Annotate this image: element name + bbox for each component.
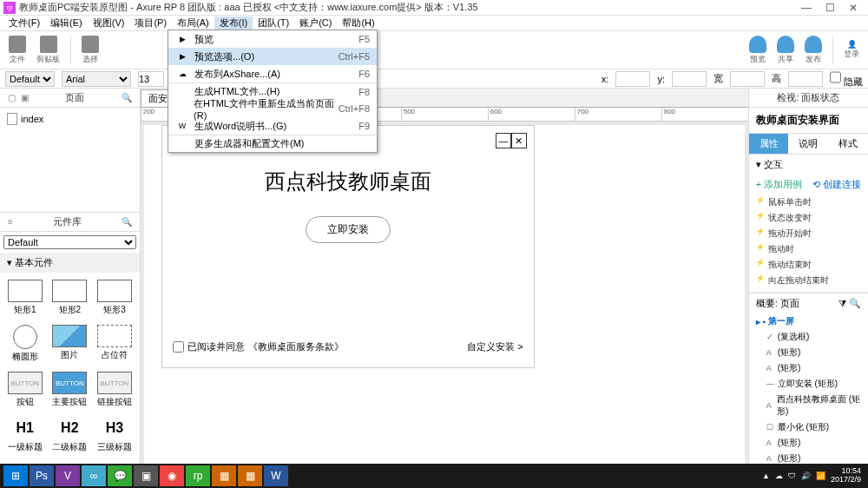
dropdown-item[interactable]: ▶预览选项...(O)Ctrl+F5 xyxy=(168,48,377,65)
widget-item[interactable]: H1一级标题 xyxy=(3,413,47,457)
style-select[interactable]: Default xyxy=(5,71,55,87)
publish-icon[interactable] xyxy=(805,36,822,53)
widget-item[interactable]: 图片 xyxy=(49,321,92,366)
taskbar-app[interactable]: rp xyxy=(186,465,210,486)
taskbar-app[interactable]: V xyxy=(56,465,80,486)
dropdown-item[interactable]: 在HTML文件中重新生成当前页面(R)Ctrl+F8 xyxy=(168,100,377,117)
tab-style[interactable]: 样式 xyxy=(828,134,868,154)
taskbar-app[interactable]: ∞ xyxy=(82,465,106,486)
system-clock[interactable]: 10:54 2017/2/9 xyxy=(831,467,865,485)
widget-item[interactable]: H3三级标题 xyxy=(93,413,136,457)
agree-checkbox[interactable]: 已阅读并同意 《教师桌面服务条款》 xyxy=(173,340,344,353)
start-button[interactable]: ⊞ xyxy=(3,465,28,486)
dropdown-item[interactable]: ▶预览F5 xyxy=(168,30,377,48)
add-case-button[interactable]: + 添加用例 xyxy=(756,178,802,191)
design-frame[interactable]: — ✕ 西点科技教师桌面 立即安装 已阅读并同意 《教师桌面服务条款》 自定义安… xyxy=(161,125,535,368)
outline-item[interactable]: ✓(复选框) xyxy=(749,329,868,345)
widget-category[interactable]: ▾ 基本元件 xyxy=(0,253,140,273)
outline-item[interactable]: A西点科技教师桌面 (矩形) xyxy=(749,392,868,419)
taskbar-app[interactable]: ▣ xyxy=(134,465,158,486)
event-item[interactable]: 鼠标单击时 xyxy=(756,195,861,210)
w-input[interactable] xyxy=(730,71,765,87)
close-button[interactable]: ✕ xyxy=(849,2,858,14)
menu-item[interactable]: 视图(V) xyxy=(88,16,130,30)
widget-item[interactable]: H2二级标题 xyxy=(49,413,92,457)
create-link-button[interactable]: ⟲ 创建连接 xyxy=(812,178,861,191)
tab-notes[interactable]: 说明 xyxy=(788,134,828,154)
design-canvas[interactable]: — ✕ 西点科技教师桌面 立即安装 已阅读并同意 《教师桌面服务条款》 自定义安… xyxy=(144,125,745,471)
tray-icon[interactable]: ▲ xyxy=(762,472,770,480)
select-icon[interactable] xyxy=(82,36,99,53)
menu-item[interactable]: 文件(F) xyxy=(3,16,45,30)
event-item[interactable]: 拖动时 xyxy=(756,241,861,257)
h-input[interactable] xyxy=(788,71,823,87)
custom-install-link[interactable]: 自定义安装 > xyxy=(467,340,523,353)
widget-lib-select[interactable]: Default xyxy=(3,235,136,249)
outline-root[interactable]: ▸ ▪ 第一屏 xyxy=(749,313,868,329)
tab-properties[interactable]: 属性 xyxy=(749,134,789,154)
interaction-section[interactable]: ▾ 交互 xyxy=(749,155,868,175)
outline-item[interactable]: —立即安装 (矩形) xyxy=(749,376,868,392)
outline-item[interactable]: A(矩形) xyxy=(749,345,868,360)
widget-item[interactable]: 占位符 xyxy=(93,321,136,366)
design-close-button[interactable]: ✕ xyxy=(511,133,527,148)
widget-item[interactable]: 矩形2 xyxy=(49,276,92,320)
event-item[interactable]: 状态改变时 xyxy=(756,210,861,226)
widget-item[interactable]: BUTTON链接按钮 xyxy=(93,368,136,412)
menu-item[interactable]: 团队(T) xyxy=(253,16,294,30)
design-minimize-button[interactable]: — xyxy=(496,133,511,148)
hidden-checkbox[interactable]: 隐藏 xyxy=(830,69,863,89)
widget-item[interactable]: 椭圆形 xyxy=(3,321,47,366)
taskbar-app[interactable]: Ps xyxy=(30,465,54,486)
tray-icon[interactable]: 📶 xyxy=(816,472,825,480)
share-icon[interactable] xyxy=(777,36,794,53)
add-page-icon[interactable]: ▢ xyxy=(5,93,18,102)
page-item-index[interactable]: index xyxy=(3,111,136,127)
maximize-button[interactable]: ☐ xyxy=(825,2,835,14)
dropdown-item[interactable]: ☁发布到AxShare...(A)F6 xyxy=(168,65,377,82)
preview-icon[interactable] xyxy=(749,36,766,53)
filter-icon[interactable]: ⧩ xyxy=(838,298,846,309)
tray-icon[interactable]: 🛡 xyxy=(788,472,796,480)
menu-item[interactable]: 项目(P) xyxy=(129,16,172,30)
tray-icon[interactable]: 🔊 xyxy=(801,472,811,480)
minimize-button[interactable]: — xyxy=(801,2,812,14)
folder-icon[interactable]: ▣ xyxy=(18,93,31,102)
event-item[interactable]: 拖动结束时 xyxy=(756,257,861,273)
x-input[interactable] xyxy=(615,71,650,87)
dropdown-item[interactable]: 更多生成器和配置文件(M) xyxy=(168,135,377,152)
taskbar-app[interactable]: ◉ xyxy=(160,465,184,486)
taskbar-app[interactable]: W xyxy=(264,465,288,486)
outline-item[interactable]: A(矩形) xyxy=(749,435,868,451)
taskbar-app[interactable]: ▦ xyxy=(238,465,262,486)
font-select[interactable]: Arial xyxy=(62,71,131,87)
widget-menu-icon[interactable]: ≡ xyxy=(5,217,16,227)
dropdown-item[interactable]: W生成Word说明书...(G)F9 xyxy=(168,117,377,135)
taskbar-app[interactable]: 💬 xyxy=(108,465,132,486)
event-item[interactable]: 向左拖动结束时 xyxy=(756,273,861,288)
menu-item[interactable]: 编辑(E) xyxy=(45,16,88,30)
menu-item[interactable]: 布局(A) xyxy=(172,16,214,30)
widget-item[interactable]: BUTTON主要按钮 xyxy=(49,368,92,412)
event-item[interactable]: 拖动开始时 xyxy=(756,226,861,241)
menu-item[interactable]: 账户(C) xyxy=(294,16,337,30)
y-input[interactable] xyxy=(672,71,707,87)
search-icon[interactable]: 🔍 xyxy=(119,217,135,227)
menu-item[interactable]: 发布(I) xyxy=(214,16,253,30)
widget-item[interactable]: 矩形1 xyxy=(3,276,47,320)
clipboard-icon[interactable] xyxy=(40,36,57,53)
outline-item[interactable]: ☐最小化 (矩形) xyxy=(749,419,868,435)
outline-item[interactable]: A(矩形) xyxy=(749,360,868,376)
search-icon[interactable]: 🔍 xyxy=(119,93,135,102)
search-icon[interactable]: 🔍 xyxy=(849,298,861,309)
file-icon[interactable] xyxy=(9,36,26,53)
tray-icon[interactable]: ☁ xyxy=(775,472,783,480)
install-button[interactable]: 立即安装 xyxy=(306,216,391,243)
widget-item[interactable]: BUTTON按钮 xyxy=(3,368,47,412)
taskbar-app[interactable]: ▦ xyxy=(212,465,236,486)
font-size-input[interactable] xyxy=(138,71,164,87)
login-button[interactable]: 👤登录 xyxy=(840,38,863,62)
design-title[interactable]: 西点科技教师桌面 xyxy=(162,168,534,195)
menu-item[interactable]: 帮助(H) xyxy=(337,16,379,30)
widget-item[interactable]: 矩形3 xyxy=(93,276,136,320)
